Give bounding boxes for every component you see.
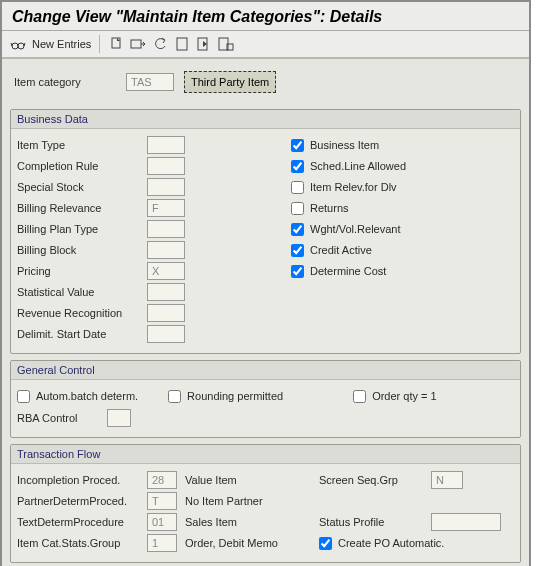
item-category-row: Item category Third Party Item	[10, 65, 521, 103]
value-item-label: Value Item	[177, 474, 319, 486]
page-next-icon[interactable]	[196, 36, 212, 52]
section-header-business-data: Business Data	[11, 110, 520, 129]
item-type-label: Item Type	[17, 139, 147, 151]
item-category-label: Item category	[14, 76, 116, 88]
svg-point-1	[18, 43, 24, 49]
section-general-control: General Control Autom.batch determ. Roun…	[10, 360, 521, 438]
glasses-icon[interactable]	[10, 36, 26, 52]
new-entries-button[interactable]: New Entries	[32, 38, 91, 50]
revenue-recog-field[interactable]	[147, 304, 185, 322]
section-header-general-control: General Control	[11, 361, 520, 380]
wght-vol-label: Wght/Vol.Relevant	[310, 223, 401, 235]
no-item-partner-label: No Item Partner	[177, 495, 319, 507]
svg-rect-2	[112, 38, 120, 48]
pricing-field[interactable]	[147, 262, 185, 280]
business-item-checkbox[interactable]	[291, 139, 304, 152]
toolbar: New Entries	[2, 31, 529, 59]
item-category-field[interactable]	[126, 73, 174, 91]
rounding-label: Rounding permitted	[187, 390, 283, 402]
window-title: Change View "Maintain Item Categories": …	[2, 2, 529, 31]
screen-seq-grp-label: Screen Seq.Grp	[319, 474, 431, 486]
order-qty1-label: Order qty = 1	[372, 390, 437, 402]
svg-rect-4	[177, 38, 187, 50]
statistical-value-field[interactable]	[147, 283, 185, 301]
text-determ-procedure-label: TextDetermProcedure	[17, 516, 147, 528]
item-type-field[interactable]	[147, 136, 185, 154]
special-stock-field[interactable]	[147, 178, 185, 196]
section-business-data: Business Data Item Type Completion Rule …	[10, 109, 521, 354]
status-profile-field[interactable]	[431, 513, 501, 531]
order-qty1-checkbox[interactable]	[353, 390, 366, 403]
autom-batch-label: Autom.batch determ.	[36, 390, 138, 402]
special-stock-label: Special Stock	[17, 181, 147, 193]
item-relev-dlv-label: Item Relev.for Dlv	[310, 181, 397, 193]
autom-batch-checkbox[interactable]	[17, 390, 30, 403]
sales-item-label: Sales Item	[177, 516, 319, 528]
select-all-icon[interactable]	[130, 36, 146, 52]
delimit-start-label: Delimit. Start Date	[17, 328, 147, 340]
section-transaction-flow: Transaction Flow Incompletion Proced. Va…	[10, 444, 521, 563]
incompletion-proced-label: Incompletion Proced.	[17, 474, 147, 486]
create-po-automatic-checkbox[interactable]	[319, 537, 332, 550]
status-profile-label: Status Profile	[319, 516, 431, 528]
statistical-value-label: Statistical Value	[17, 286, 147, 298]
rba-control-field[interactable]	[107, 409, 131, 427]
sched-line-label: Sched.Line Allowed	[310, 160, 406, 172]
content-area: Item category Third Party Item Business …	[2, 59, 529, 566]
completion-rule-field[interactable]	[147, 157, 185, 175]
billing-plan-type-field[interactable]	[147, 220, 185, 238]
undo-icon[interactable]	[152, 36, 168, 52]
returns-label: Returns	[310, 202, 349, 214]
partner-determ-proced-label: PartnerDetermProced.	[17, 495, 147, 507]
completion-rule-label: Completion Rule	[17, 160, 147, 172]
rba-control-label: RBA Control	[17, 412, 107, 424]
item-cat-stats-group-label: Item Cat.Stats.Group	[17, 537, 147, 549]
svg-point-0	[12, 43, 18, 49]
rounding-checkbox[interactable]	[168, 390, 181, 403]
copy-icon[interactable]	[108, 36, 124, 52]
order-debit-memo-label: Order, Debit Memo	[177, 537, 319, 549]
billing-plan-type-label: Billing Plan Type	[17, 223, 147, 235]
page-icon[interactable]	[174, 36, 190, 52]
item-category-desc: Third Party Item	[184, 71, 276, 93]
credit-active-label: Credit Active	[310, 244, 372, 256]
page-config-icon[interactable]	[218, 36, 234, 52]
screen-seq-grp-field[interactable]	[431, 471, 463, 489]
svg-rect-3	[131, 40, 141, 48]
revenue-recog-label: Revenue Recognition	[17, 307, 147, 319]
section-header-transaction-flow: Transaction Flow	[11, 445, 520, 464]
partner-determ-proced-field[interactable]	[147, 492, 177, 510]
billing-relevance-field[interactable]	[147, 199, 185, 217]
create-po-automatic-label: Create PO Automatic.	[338, 537, 444, 549]
text-determ-procedure-field[interactable]	[147, 513, 177, 531]
billing-block-label: Billing Block	[17, 244, 147, 256]
delimit-start-field[interactable]	[147, 325, 185, 343]
determine-cost-checkbox[interactable]	[291, 265, 304, 278]
pricing-label: Pricing	[17, 265, 147, 277]
item-cat-stats-group-field[interactable]	[147, 534, 177, 552]
sched-line-checkbox[interactable]	[291, 160, 304, 173]
credit-active-checkbox[interactable]	[291, 244, 304, 257]
billing-block-field[interactable]	[147, 241, 185, 259]
incompletion-proced-field[interactable]	[147, 471, 177, 489]
billing-relevance-label: Billing Relevance	[17, 202, 147, 214]
wght-vol-checkbox[interactable]	[291, 223, 304, 236]
business-item-label: Business Item	[310, 139, 379, 151]
determine-cost-label: Determine Cost	[310, 265, 386, 277]
item-relev-dlv-checkbox[interactable]	[291, 181, 304, 194]
window-frame: Change View "Maintain Item Categories": …	[0, 0, 531, 566]
returns-checkbox[interactable]	[291, 202, 304, 215]
